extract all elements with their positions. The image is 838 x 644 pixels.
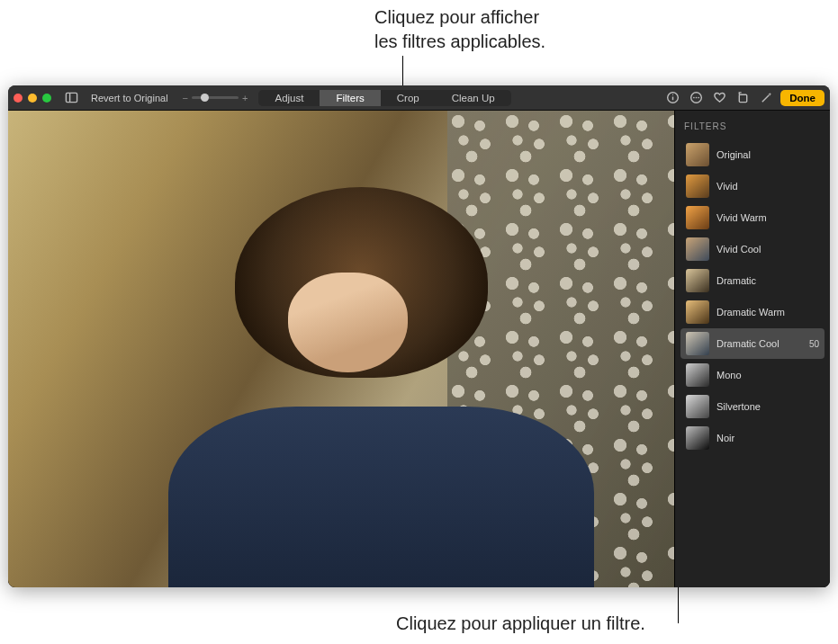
tab-filters[interactable]: Filters bbox=[320, 90, 380, 106]
filter-row-mono[interactable]: Mono bbox=[680, 360, 824, 390]
filter-label: Vivid Warm bbox=[716, 212, 819, 223]
filter-thumb bbox=[686, 332, 709, 355]
svg-point-8 bbox=[698, 97, 699, 99]
filters-sidebar: FILTERS OriginalVividVivid WarmVivid Coo… bbox=[674, 111, 830, 587]
revert-button[interactable]: Revert to Original bbox=[84, 91, 176, 105]
more-button[interactable] bbox=[687, 89, 705, 107]
filter-label: Dramatic bbox=[716, 275, 819, 286]
filter-intensity-value: 50 bbox=[809, 339, 819, 349]
annotation-top: Cliquez pour afficher les filtres applic… bbox=[374, 5, 545, 54]
filter-label: Noir bbox=[716, 433, 819, 443]
filter-row-dramatic-warm[interactable]: Dramatic Warm bbox=[680, 297, 824, 327]
filter-label: Dramatic Cool bbox=[716, 338, 802, 349]
svg-rect-0 bbox=[66, 93, 77, 102]
auto-enhance-button[interactable] bbox=[757, 89, 775, 107]
photo-subject-body bbox=[168, 407, 595, 587]
filters-sidebar-title: FILTERS bbox=[679, 118, 826, 139]
minimize-window-button[interactable] bbox=[28, 94, 37, 103]
svg-point-7 bbox=[695, 97, 697, 99]
photos-edit-window: Revert to Original − + Adjust Filters Cr… bbox=[8, 85, 830, 587]
close-window-button[interactable] bbox=[14, 94, 23, 103]
tab-adjust[interactable]: Adjust bbox=[258, 90, 320, 106]
photo-canvas[interactable] bbox=[8, 111, 674, 587]
sidebar-toggle-button[interactable] bbox=[62, 89, 80, 107]
content-area: FILTERS OriginalVividVivid WarmVivid Coo… bbox=[8, 111, 830, 587]
filter-thumb bbox=[686, 237, 709, 261]
filter-row-vivid[interactable]: Vivid bbox=[680, 171, 824, 201]
svg-rect-9 bbox=[739, 94, 746, 102]
tab-cleanup[interactable]: Clean Up bbox=[436, 90, 511, 106]
maximize-window-button[interactable] bbox=[42, 94, 51, 103]
filter-label: Original bbox=[716, 149, 819, 160]
annotation-bottom: Cliquez pour appliquer un filtre. bbox=[396, 612, 645, 636]
filter-label: Mono bbox=[716, 370, 819, 380]
tab-crop[interactable]: Crop bbox=[381, 90, 436, 106]
svg-point-4 bbox=[672, 94, 673, 95]
filter-label: Vivid bbox=[716, 181, 819, 192]
filter-thumb bbox=[686, 206, 709, 229]
filter-thumb bbox=[686, 426, 709, 450]
toolbar: Revert to Original − + Adjust Filters Cr… bbox=[8, 85, 830, 111]
filter-row-dramatic[interactable]: Dramatic bbox=[680, 265, 824, 296]
edit-mode-tabs: Adjust Filters Crop Clean Up bbox=[258, 90, 510, 106]
window-controls bbox=[14, 94, 51, 103]
filter-row-original[interactable]: Original bbox=[680, 139, 824, 170]
filter-row-vivid-warm[interactable]: Vivid Warm bbox=[680, 202, 824, 233]
done-button[interactable]: Done bbox=[780, 90, 824, 106]
filter-label: Vivid Cool bbox=[716, 244, 819, 255]
photo-subject-face bbox=[288, 273, 408, 372]
filter-label: Silvertone bbox=[716, 401, 819, 412]
svg-point-6 bbox=[693, 97, 695, 99]
filter-row-noir[interactable]: Noir bbox=[680, 423, 824, 453]
filter-label: Dramatic Warm bbox=[716, 307, 819, 318]
filter-thumb bbox=[686, 300, 709, 324]
filter-thumb bbox=[686, 363, 709, 387]
filters-list: OriginalVividVivid WarmVivid CoolDramati… bbox=[679, 139, 826, 453]
info-button[interactable] bbox=[663, 89, 681, 107]
filter-thumb bbox=[686, 269, 709, 292]
filter-thumb bbox=[686, 395, 709, 418]
filter-row-vivid-cool[interactable]: Vivid Cool bbox=[680, 234, 824, 264]
filter-row-dramatic-cool[interactable]: Dramatic Cool50 bbox=[680, 328, 824, 359]
zoom-slider[interactable]: − + bbox=[183, 93, 248, 103]
filter-row-silvertone[interactable]: Silvertone bbox=[680, 391, 824, 422]
rotate-button[interactable] bbox=[734, 89, 752, 107]
favorite-button[interactable] bbox=[710, 89, 728, 107]
filter-thumb bbox=[686, 143, 709, 166]
filter-thumb bbox=[686, 174, 709, 198]
